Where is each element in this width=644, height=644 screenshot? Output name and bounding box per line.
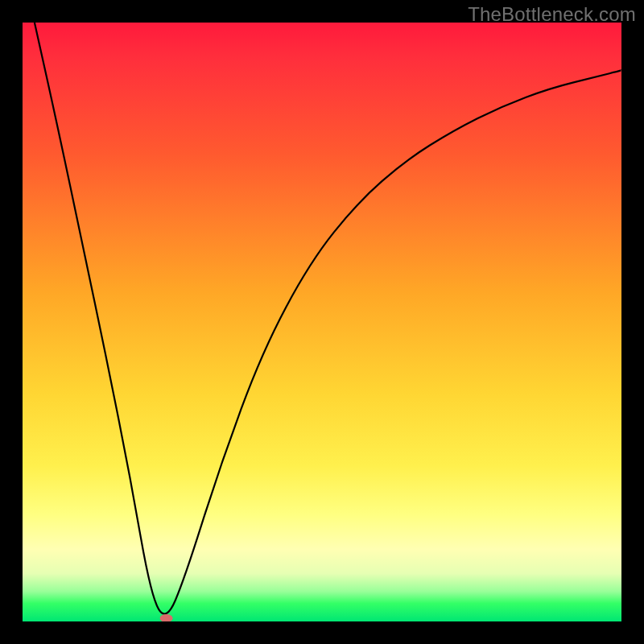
curve-path (35, 23, 621, 614)
minimum-marker (160, 614, 173, 621)
bottleneck-curve (35, 23, 621, 614)
plot-area (23, 23, 621, 621)
curve-svg (23, 23, 621, 621)
chart-frame: TheBottleneck.com (0, 0, 644, 644)
watermark-text: TheBottleneck.com (468, 3, 636, 26)
